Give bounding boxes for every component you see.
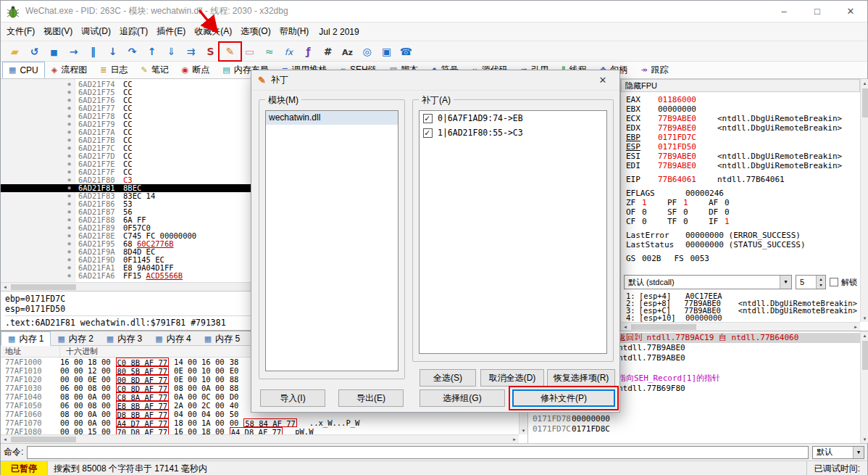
register-row-eflags[interactable]: EFLAGS 00000246	[626, 189, 859, 198]
breakpoint-dot-icon[interactable]	[63, 104, 75, 112]
select-all-button[interactable]: 全选(S)	[420, 369, 476, 387]
checkbox-icon[interactable]	[830, 278, 838, 286]
cpu-flag[interactable]: OF0	[626, 207, 667, 217]
segment-register[interactable]: GS002B	[626, 254, 662, 263]
scroll-track[interactable]	[861, 87, 868, 314]
scroll-right-icon[interactable]: ▸	[510, 435, 519, 443]
menu-view[interactable]: 视图(V)	[39, 22, 77, 41]
tab-breakpoints[interactable]: 断点	[175, 62, 217, 78]
register-row-laststatus[interactable]: LastStatus 00000000 (STATUS_SUCCESS)	[626, 240, 859, 249]
menu-favourites[interactable]: 收藏夹(A)	[190, 22, 236, 41]
run-button[interactable]	[64, 42, 83, 61]
script-function-button[interactable]	[299, 42, 318, 61]
memory-dump-tab[interactable]: 内存 3	[100, 331, 149, 346]
command-input[interactable]	[27, 446, 809, 459]
scroll-thumb[interactable]	[11, 437, 76, 442]
scroll-track[interactable]	[861, 339, 868, 435]
scroll-left-icon[interactable]: ◂	[1, 283, 9, 291]
checkbox-icon[interactable]	[423, 128, 433, 138]
breakpoint-dot-icon[interactable]	[63, 120, 75, 128]
spin-down-icon[interactable]: ▾	[817, 282, 825, 288]
cpu-flag[interactable]: CF0	[626, 217, 667, 226]
dump-horizontal-scrollbar[interactable]: ◂ ▸	[1, 434, 519, 443]
fx-button[interactable]	[279, 42, 299, 61]
scylla-button[interactable]	[201, 42, 220, 61]
pick-groups-button[interactable]: 选择组(G)	[420, 389, 505, 407]
breakpoint-dot-icon[interactable]	[63, 224, 75, 232]
chevron-down-icon[interactable]: ▾	[780, 276, 791, 289]
breakpoint-dot-icon[interactable]	[63, 272, 75, 280]
scroll-left-icon[interactable]: ◂	[621, 323, 630, 331]
minimize-button[interactable]: –	[767, 1, 801, 22]
scroll-thumb[interactable]	[631, 324, 696, 330]
scroll-track[interactable]	[630, 323, 851, 331]
cpu-flag[interactable]: IF1	[709, 217, 750, 226]
dump-row[interactable]: 77AF1070 00 00 0A 00 A4 D7 AF 77 18 00 1…	[1, 418, 519, 427]
scroll-down-icon[interactable]: ▾	[519, 426, 528, 434]
breakpoint-dot-icon[interactable]	[63, 112, 75, 120]
command-profile-select[interactable]: 默认 ▾	[812, 446, 864, 459]
stack-vertical-scrollbar[interactable]: ▴ ▾	[860, 331, 868, 443]
step-over-button[interactable]	[122, 42, 142, 61]
register-row[interactable]: EBX 00000000	[626, 104, 859, 114]
patch-file-button[interactable]: 修补文件(P)	[512, 389, 615, 407]
stack-row[interactable]	[528, 434, 860, 443]
scroll-right-icon[interactable]: ▸	[851, 323, 860, 331]
register-row[interactable]: EDX 77B9ABE0 <ntdll.DbgUiRemoteBreakin>	[626, 123, 859, 133]
scroll-track[interactable]	[9, 435, 510, 443]
patch-item[interactable]: 1|6AD21F80:55->C3	[420, 125, 606, 140]
tab-graph[interactable]: 流程图	[45, 62, 93, 78]
tab-log[interactable]: 日志	[93, 62, 134, 78]
breakpoint-dot-icon[interactable]	[63, 88, 75, 96]
breakpoint-dot-icon[interactable]	[63, 168, 75, 176]
menu-debug[interactable]: 调试(D)	[77, 22, 115, 41]
breakpoint-dot-icon[interactable]	[63, 152, 75, 160]
scroll-thumb[interactable]	[11, 284, 76, 290]
close-icon[interactable]: ✕	[593, 75, 613, 86]
restart-button[interactable]	[25, 42, 44, 61]
hash-button[interactable]	[318, 42, 338, 61]
scroll-thumb[interactable]	[862, 88, 868, 117]
cpu-flag[interactable]: DF0	[709, 207, 750, 217]
cpu-flag[interactable]: ZF1	[626, 198, 667, 207]
cpu-flag[interactable]: TF0	[667, 217, 709, 226]
scroll-up-icon[interactable]: ▴	[861, 79, 868, 87]
stack-row[interactable]: 0171FD7C 0171FD8C	[528, 424, 860, 434]
breakpoint-dot-icon[interactable]	[63, 208, 75, 216]
scroll-up-icon[interactable]: ▴	[861, 331, 868, 339]
memory-dump-tab[interactable]: 内存 1	[1, 331, 51, 346]
breakpoint-dot-icon[interactable]	[63, 160, 75, 168]
run-to-user-button[interactable]	[162, 42, 181, 61]
patch-button[interactable]	[220, 42, 240, 61]
patch-item[interactable]: 0|6A7F1AD9:74->EB	[420, 111, 606, 125]
memory-dump-tab[interactable]: 内存 4	[149, 331, 197, 346]
patch-dialog-titlebar[interactable]: 补丁 ✕	[251, 70, 619, 91]
registers-vertical-scrollbar[interactable]: ▴ ▾	[860, 79, 868, 322]
compare-button[interactable]	[259, 42, 279, 61]
breakpoint-dot-icon[interactable]	[63, 256, 75, 264]
breakpoint-dot-icon[interactable]	[63, 176, 75, 184]
stop-button[interactable]	[44, 42, 64, 61]
tab-notes[interactable]: 笔记	[134, 62, 175, 78]
register-row[interactable]: ESP 0171FD50	[626, 142, 859, 152]
breakpoint-dot-icon[interactable]	[63, 128, 75, 136]
register-row[interactable]: EBP 0171FD7C	[626, 133, 859, 142]
menu-plugins[interactable]: 插件(E)	[152, 22, 190, 41]
module-item[interactable]: wechatwin.dll	[266, 111, 398, 125]
export-button[interactable]: 导出(E)	[338, 389, 404, 407]
breakpoint-dot-icon[interactable]	[63, 264, 75, 272]
handles-button[interactable]	[396, 42, 416, 61]
scroll-down-icon[interactable]: ▾	[861, 314, 868, 322]
deselect-all-button[interactable]: 取消全选(D)	[480, 369, 544, 387]
memory-dump-tab[interactable]: 内存 2	[51, 331, 99, 346]
breakpoint-dot-icon[interactable]	[63, 232, 75, 240]
stack-row[interactable]: 0171FD78 00000000	[528, 414, 860, 424]
unlock-toggle[interactable]: 解锁	[830, 277, 857, 288]
register-row[interactable]: EAX 01186000	[626, 95, 859, 104]
restore-selected-button[interactable]: 恢复选择项(R)	[547, 369, 615, 387]
argument-row[interactable]: 4: [esp+10] 00000000	[626, 314, 857, 321]
register-row[interactable]: EDI 77B9ABE0 <ntdll.DbgUiRemoteBreakin>	[626, 161, 859, 170]
spinner-arrows[interactable]: ▴▾	[816, 276, 825, 289]
register-row-lasterror[interactable]: LastError 00000000 (ERROR_SUCCESS)	[626, 231, 859, 240]
step-into-button[interactable]	[103, 42, 122, 61]
